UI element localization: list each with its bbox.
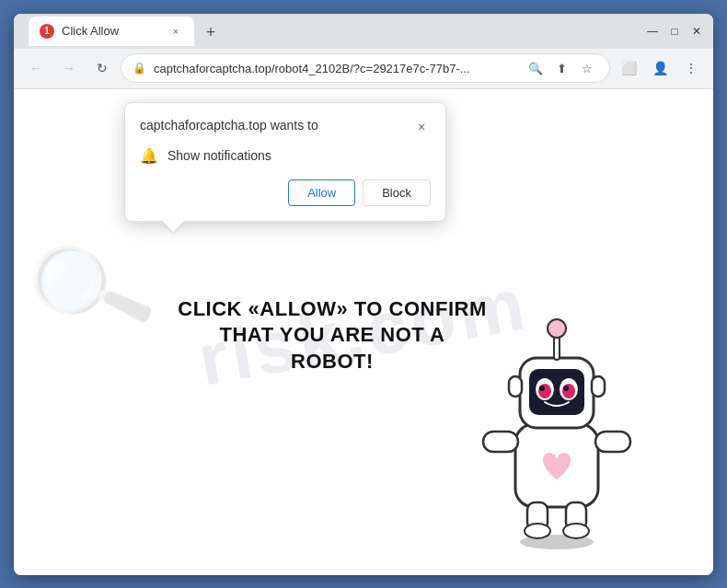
popup-tail (162, 221, 184, 232)
svg-point-17 (548, 319, 566, 338)
notification-row: 🔔 Show notifications (140, 147, 431, 165)
tab-bar: 1 Click Allow × + (21, 17, 706, 46)
bell-icon: 🔔 (140, 147, 158, 165)
share-icon[interactable]: ⬆ (550, 57, 572, 79)
maximize-button[interactable]: □ (665, 22, 684, 40)
title-bar: 1 Click Allow × + — □ ✕ (14, 14, 713, 49)
browser-window: 1 Click Allow × + — □ ✕ ← → ↻ 🔒 captchaf… (14, 14, 713, 575)
svg-rect-6 (483, 432, 518, 452)
notification-label: Show notifications (167, 148, 271, 163)
address-icons: 🔍 ⬆ ☆ (525, 57, 598, 79)
svg-rect-18 (509, 376, 522, 397)
close-window-button[interactable]: ✕ (687, 22, 706, 40)
active-tab[interactable]: 1 Click Allow × (29, 17, 194, 46)
svg-point-12 (538, 384, 551, 398)
page-main: CLICK «ALLOW» TO CONFIRM THAT YOU ARE NO… (176, 296, 489, 375)
address-bar[interactable]: 🔒 captchaforcaptcha.top/robot4_2102B/?c=… (121, 53, 610, 83)
svg-point-4 (525, 524, 550, 538)
minimize-button[interactable]: — (643, 22, 662, 40)
close-tab-button[interactable]: × (168, 24, 183, 39)
popup-domain-text: captchaforcaptcha.top wants to (140, 118, 318, 133)
popup-header: captchaforcaptcha.top wants to × (140, 118, 431, 136)
extensions-button[interactable]: ⬜ (614, 53, 643, 83)
svg-point-15 (563, 386, 569, 391)
popup-buttons: Allow Block (140, 179, 431, 206)
notification-popup: captchaforcaptcha.top wants to × 🔔 Show … (124, 102, 446, 222)
robot-illustration (456, 295, 658, 553)
lock-icon: 🔒 (133, 62, 146, 75)
back-button[interactable]: ← (21, 53, 51, 83)
bookmark-icon[interactable]: ☆ (576, 57, 598, 79)
address-text: captchaforcaptcha.top/robot4_2102B/?c=29… (154, 62, 517, 75)
forward-button[interactable]: → (54, 53, 84, 83)
tab-favicon: 1 (40, 24, 54, 39)
tab-title: Click Allow (62, 24, 161, 38)
main-heading: CLICK «ALLOW» TO CONFIRM THAT YOU ARE NO… (176, 296, 489, 375)
search-icon[interactable]: 🔍 (525, 57, 547, 79)
svg-point-5 (563, 524, 589, 538)
profile-button[interactable]: 👤 (645, 53, 675, 83)
popup-close-button[interactable]: × (412, 118, 431, 136)
menu-button[interactable]: ⋮ (676, 53, 706, 83)
block-button[interactable]: Block (363, 179, 431, 206)
refresh-button[interactable]: ↻ (87, 53, 117, 83)
svg-point-14 (539, 386, 545, 391)
svg-rect-19 (592, 376, 605, 397)
allow-button[interactable]: Allow (288, 179, 355, 206)
window-controls: — □ ✕ (643, 22, 706, 40)
page-content: risk.com 🔍 CLICK «ALLOW» TO CONFIRM THAT… (14, 89, 713, 575)
new-tab-button[interactable]: + (198, 20, 224, 46)
nav-right-icons: ⬜ 👤 ⋮ (614, 53, 706, 83)
svg-point-13 (562, 384, 575, 398)
svg-rect-7 (595, 432, 630, 452)
nav-bar: ← → ↻ 🔒 captchaforcaptcha.top/robot4_210… (14, 49, 713, 89)
robot-container (456, 295, 658, 557)
